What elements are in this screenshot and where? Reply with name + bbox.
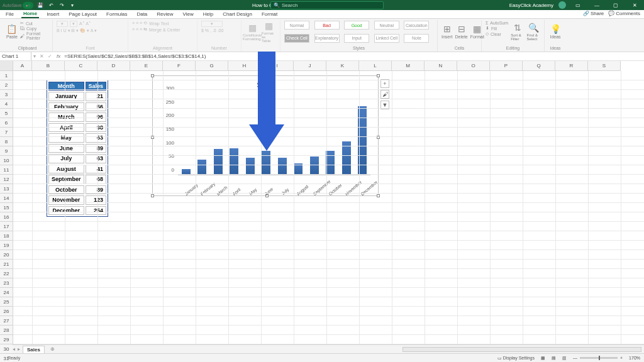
minimize-icon[interactable]: — <box>590 1 604 9</box>
share-button[interactable]: 🔗 Share <box>583 11 604 16</box>
column-header[interactable]: K <box>326 61 359 71</box>
row-header[interactable]: 2 <box>0 80 13 90</box>
column-header[interactable]: J <box>294 61 326 71</box>
tab-nav-prev-icon[interactable]: ◂ <box>13 346 15 352</box>
paste-button[interactable]: 📋Paste <box>6 21 18 42</box>
redo-icon[interactable]: ↷ <box>58 2 65 9</box>
sort-filter-button[interactable]: ⇅Sort & Filter <box>511 21 524 42</box>
column-header[interactable]: E <box>130 61 163 71</box>
row-header[interactable]: 15 <box>0 203 13 212</box>
account-avatar-icon[interactable] <box>558 1 566 9</box>
ribbon-options-icon[interactable]: ▭ <box>571 1 585 9</box>
maximize-icon[interactable]: ▢ <box>609 1 623 9</box>
chart-bar[interactable] <box>230 148 238 175</box>
comments-button[interactable]: 💬 Comments <box>608 11 640 16</box>
chart-bar[interactable] <box>197 160 206 175</box>
style-cell[interactable]: Normal <box>284 21 309 30</box>
row-header[interactable]: 6 <box>0 118 13 128</box>
tab-home[interactable]: Home <box>21 10 39 18</box>
row-header[interactable]: 16 <box>0 212 13 222</box>
tab-help[interactable]: Help <box>201 11 215 18</box>
name-box[interactable]: Chart 1 <box>0 52 31 60</box>
style-cell[interactable]: Calculation <box>404 21 429 30</box>
column-header[interactable]: B <box>32 61 65 71</box>
chart-bar[interactable] <box>246 158 255 175</box>
tab-data[interactable]: Data <box>135 11 149 18</box>
tab-view[interactable]: View <box>181 11 196 18</box>
autosum-button[interactable]: Σ AutoSum <box>486 21 508 25</box>
style-cell[interactable]: Check Cell <box>284 34 309 43</box>
tab-chart-design[interactable]: Chart Design <box>221 11 254 18</box>
tab-insert[interactable]: Insert <box>45 11 61 18</box>
row-header[interactable]: 19 <box>0 241 13 250</box>
insert-cells-button[interactable]: ⊞Insert <box>441 21 453 42</box>
tab-review[interactable]: Review <box>155 11 175 18</box>
tab-format[interactable]: Format <box>260 11 279 18</box>
column-header[interactable]: C <box>65 61 97 71</box>
format-as-table-button[interactable]: ▦Format as Table <box>262 21 275 42</box>
chart-bar[interactable] <box>214 149 223 175</box>
view-normal-icon[interactable]: ▦ <box>541 356 545 361</box>
column-header[interactable]: R <box>555 61 588 71</box>
row-header[interactable]: 29 <box>0 335 13 344</box>
column-header[interactable]: A <box>13 61 32 71</box>
new-sheet-button[interactable]: ⊕ <box>47 346 58 352</box>
row-header[interactable]: 20 <box>0 250 13 260</box>
search-box[interactable]: 🔍 Search <box>270 1 384 9</box>
style-cell[interactable]: Bad <box>314 21 340 30</box>
tab-formulas[interactable]: Formulas <box>104 11 129 18</box>
row-header[interactable]: 3 <box>0 90 13 99</box>
row-header[interactable]: 26 <box>0 307 13 316</box>
column-header[interactable]: O <box>457 61 490 71</box>
chart-styles-button[interactable]: 🖌 <box>380 90 389 99</box>
style-cell[interactable]: Note <box>404 34 429 43</box>
find-select-button[interactable]: 🔍Find & Select <box>527 21 540 42</box>
cell-styles-gallery[interactable]: NormalBadGoodNeutralCalculationCheck Cel… <box>280 20 438 52</box>
row-header[interactable]: 17 <box>0 222 13 231</box>
view-page-break-icon[interactable]: ▥ <box>562 356 567 361</box>
conditional-formatting-button[interactable]: ▦Conditional Formatting <box>245 21 259 42</box>
sheet-tab[interactable]: Sales <box>23 346 45 353</box>
row-header[interactable]: 27 <box>0 316 13 326</box>
save-icon[interactable]: 💾 <box>37 2 44 9</box>
row-header[interactable]: 30 <box>0 344 13 354</box>
tab-file[interactable]: File <box>4 11 16 18</box>
row-header[interactable]: 10 <box>0 156 13 165</box>
row-header[interactable]: 7 <box>0 128 13 137</box>
style-cell[interactable]: Explanatory <box>314 34 340 43</box>
row-header[interactable]: 21 <box>0 260 13 269</box>
chart-bar[interactable] <box>342 141 351 175</box>
row-header[interactable]: 5 <box>0 109 13 118</box>
chart-bar[interactable] <box>294 163 303 175</box>
undo-icon[interactable]: ↶ <box>48 2 55 9</box>
fill-button[interactable]: ⬇ Fill <box>486 26 508 31</box>
column-header[interactable]: G <box>196 61 228 71</box>
row-header[interactable]: 28 <box>0 326 13 335</box>
column-header[interactable]: S <box>588 61 621 71</box>
row-header[interactable]: 9 <box>0 146 13 156</box>
chart-bar[interactable] <box>262 151 270 175</box>
row-header[interactable]: 18 <box>0 231 13 241</box>
row-header[interactable]: 4 <box>0 99 13 109</box>
horizontal-scrollbar[interactable] <box>402 347 641 352</box>
fx-icon[interactable]: fx <box>54 53 63 59</box>
row-header[interactable]: 13 <box>0 184 13 194</box>
column-header[interactable]: F <box>163 61 196 71</box>
qat-customize-icon[interactable]: ▾ <box>69 2 76 9</box>
zoom-level[interactable]: 170% <box>629 356 640 360</box>
style-cell[interactable]: Neutral <box>374 21 399 30</box>
formula-input[interactable]: =SERIES(Sales!$C$2,Sales!$B$3:$B$14,Sale… <box>63 53 644 59</box>
style-cell[interactable]: Input <box>344 34 369 43</box>
row-header[interactable]: 24 <box>0 288 13 297</box>
tab-page-layout[interactable]: Page Layout <box>67 11 99 18</box>
select-all-corner[interactable] <box>0 61 13 71</box>
row-header[interactable]: 14 <box>0 194 13 203</box>
format-painter-button[interactable]: 🖌 Format Painter <box>20 31 48 40</box>
chart-elements-button[interactable]: + <box>380 79 389 88</box>
column-header[interactable]: P <box>490 61 523 71</box>
close-icon[interactable]: ✕ <box>628 1 641 9</box>
column-header[interactable]: N <box>425 61 457 71</box>
row-header[interactable]: 8 <box>0 137 13 146</box>
display-settings-button[interactable]: ▭ Display Settings <box>497 356 535 361</box>
row-header[interactable]: 1 <box>0 71 13 80</box>
